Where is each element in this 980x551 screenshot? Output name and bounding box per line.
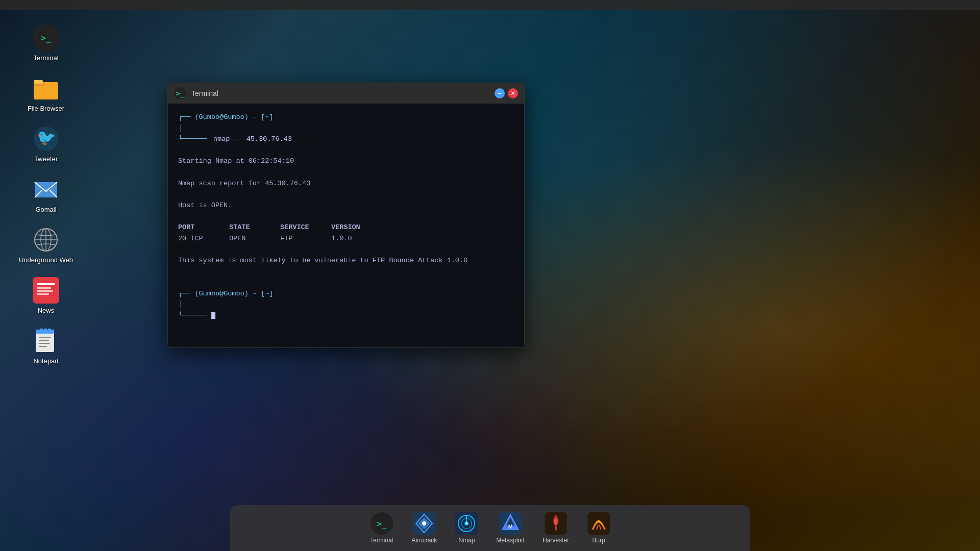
terminal-icon: >_ (33, 24, 59, 51)
output-table-header: PORT STATE SERVICE VERSION (178, 222, 514, 233)
taskbar-harvester-label: Harvester (543, 537, 569, 544)
taskbar-terminal-label: Terminal (370, 537, 393, 544)
taskbar-item-airocrack[interactable]: Airocrack (406, 509, 442, 547)
output-vuln: This system is most likely to be vulnera… (178, 255, 514, 266)
prompt-cursor-line: └────── (178, 310, 514, 321)
taskbar-airocrack-icon (413, 512, 435, 535)
minimize-button[interactable]: – (495, 88, 505, 98)
topbar (0, 0, 980, 10)
val-version: 1.0.0 (331, 233, 382, 244)
desktop-icon-gomail[interactable]: Gomail (10, 172, 82, 217)
val-service: FTP (280, 233, 331, 244)
svg-rect-27 (48, 329, 51, 332)
taskbar-item-metasploit[interactable]: M Metasploit (491, 509, 529, 547)
desktop-icon-file-browser[interactable]: File Browser (10, 71, 82, 116)
desktop-icon-tweeter-label: Tweeter (34, 155, 58, 163)
svg-text:🐦: 🐦 (37, 129, 56, 147)
val-port: 20 TCP (178, 233, 229, 244)
tweeter-icon: 🐦 (33, 126, 59, 152)
close-button[interactable]: ✕ (508, 88, 518, 98)
output-scan-report: Nmap scan report for 45.30.76.43 (178, 178, 514, 189)
svg-rect-25 (40, 329, 43, 332)
file-browser-icon (33, 75, 59, 102)
gomail-icon (33, 176, 59, 203)
svg-rect-17 (37, 290, 53, 292)
svg-rect-15 (37, 283, 55, 285)
taskbar-terminal-icon: >_ (371, 512, 393, 535)
svg-text:>_: >_ (377, 519, 387, 529)
taskbar-item-nmap[interactable]: Nmap (450, 509, 483, 547)
prompt-pipe-1: │ (178, 123, 514, 134)
svg-point-31 (422, 521, 426, 525)
prompt-line-2: ┌── (Gumbo@Gumbo) - [~] (178, 288, 514, 299)
col-state: STATE (229, 222, 280, 233)
val-state: OPEN (229, 233, 280, 244)
desktop-icon-news[interactable]: News (10, 273, 82, 318)
taskbar-item-terminal[interactable]: >_ Terminal (365, 509, 398, 547)
taskbar-burp-icon (587, 512, 610, 535)
cursor (211, 312, 215, 319)
terminal-title-text: Terminal (191, 89, 489, 97)
prompt-user-2: (Gumbo@Gumbo) - [~] (194, 290, 273, 297)
desktop-icon-notepad-label: Notepad (33, 357, 58, 365)
svg-text:M: M (508, 524, 512, 530)
col-version: VERSION (331, 222, 382, 233)
desktop-icon-news-label: News (38, 307, 55, 314)
svg-rect-26 (44, 329, 47, 332)
notepad-icon (33, 328, 59, 354)
svg-rect-22 (39, 340, 49, 341)
output-host-open: Host is OPEN. (178, 200, 514, 211)
news-icon (33, 277, 59, 304)
desktop-icon-underground-web[interactable]: Underground Web (10, 222, 82, 268)
taskbar-nmap-label: Nmap (458, 537, 475, 544)
taskbar-burp-label: Burp (592, 537, 605, 544)
svg-text:>_: >_ (41, 33, 51, 43)
svg-rect-4 (34, 80, 43, 84)
svg-rect-16 (37, 287, 51, 289)
desktop-icon-terminal-label: Terminal (33, 54, 58, 62)
svg-point-37 (465, 522, 468, 524)
taskbar: >_ Terminal Airocrack (230, 505, 750, 551)
command-line: └────── nmap -- 45.30.76.43 (178, 134, 514, 145)
desktop-icon-underground-web-label: Underground Web (19, 256, 73, 264)
col-port: PORT (178, 222, 229, 233)
desktop-icon-terminal[interactable]: >_ Terminal (10, 20, 82, 66)
terminal-controls: – ✕ (495, 88, 518, 98)
desktop-icon-gomail-label: Gomail (35, 206, 56, 213)
svg-rect-23 (39, 343, 50, 344)
prompt-line-1: ┌── (Gumbo@Gumbo) - [~] (178, 112, 514, 123)
taskbar-harvester-icon (545, 512, 567, 535)
svg-rect-21 (39, 337, 51, 338)
desktop-icons: >_ Terminal File Browser 🐦 Tweeter (0, 10, 92, 500)
taskbar-item-harvester[interactable]: Harvester (537, 509, 574, 547)
output-table-row: 20 TCP OPEN FTP 1.0.0 (178, 233, 514, 244)
taskbar-metasploit-label: Metasploit (496, 537, 524, 544)
svg-rect-18 (37, 293, 49, 295)
terminal-title-icon: >_ (174, 87, 186, 99)
taskbar-nmap-icon (455, 512, 478, 535)
col-service: SERVICE (280, 222, 331, 233)
terminal-window: >_ Terminal – ✕ ┌── (Gumbo@Gumbo) - [~] … (167, 83, 525, 348)
taskbar-item-burp[interactable]: Burp (582, 509, 615, 547)
prompt-user-1: (Gumbo@Gumbo) - [~] (194, 113, 273, 121)
command-text: nmap -- 45.30.76.43 (213, 135, 292, 143)
taskbar-metasploit-icon: M (499, 512, 522, 535)
prompt-pipe-2: │ (178, 299, 514, 310)
terminal-body[interactable]: ┌── (Gumbo@Gumbo) - [~] │ └────── nmap -… (168, 104, 524, 347)
svg-rect-41 (587, 512, 610, 535)
desktop-icon-tweeter[interactable]: 🐦 Tweeter (10, 121, 82, 167)
underground-web-icon (33, 227, 59, 253)
desktop-icon-file-browser-label: File Browser (28, 105, 64, 112)
svg-rect-24 (39, 346, 47, 347)
taskbar-airocrack-label: Airocrack (411, 537, 437, 544)
desktop-icon-notepad[interactable]: Notepad (10, 323, 82, 369)
terminal-titlebar: >_ Terminal – ✕ (168, 83, 524, 104)
output-starting: Starting Nmap at 06:22:54:10 (178, 156, 514, 167)
